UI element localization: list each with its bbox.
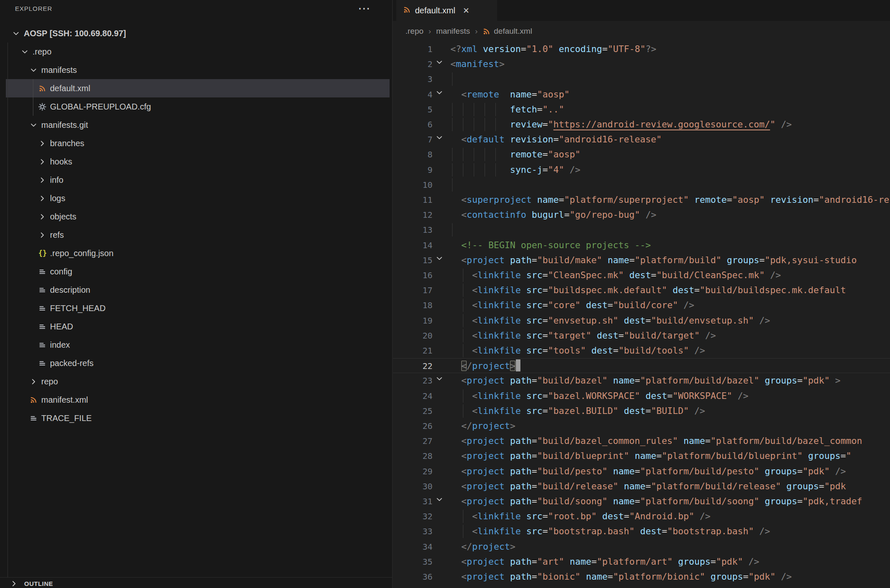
tree-item-branches[interactable]: branches [6,134,390,152]
code-line-23[interactable]: 23 <project path="build/bazel" name="pla… [393,373,890,388]
tree-item-config[interactable]: config [6,262,390,281]
code-line-31[interactable]: 31 <project path="build/soong" name="pla… [393,494,890,509]
fold-chevron-down-icon[interactable] [435,254,448,262]
line-number[interactable]: 35 [393,554,432,569]
line-number[interactable]: 9 [393,162,432,177]
line-number[interactable]: 1 [393,42,432,57]
tree-item-hooks[interactable]: hooks [6,152,390,171]
fold-chevron-down-icon[interactable] [435,58,448,66]
line-number[interactable]: 7 [393,132,432,147]
tree-item-info[interactable]: info [6,171,390,189]
code-line-19[interactable]: 19 <linkfile src="envsetup.sh" dest="bui… [393,313,890,328]
line-number[interactable]: 36 [393,569,432,584]
line-number[interactable]: 14 [393,238,432,253]
code-line-22[interactable]: 22 </project> [393,358,890,373]
code-line-7[interactable]: 7 <default revision="android16-release" [393,132,890,147]
code-line-6[interactable]: 6 review="https://android-review.googles… [393,117,890,132]
line-number[interactable]: 12 [393,207,432,222]
tree-item-head[interactable]: HEAD [6,317,390,336]
line-number[interactable]: 22 [393,359,432,374]
code-line-26[interactable]: 26 </project> [393,419,890,434]
fold-chevron-down-icon[interactable] [435,375,448,383]
tree-item-manifest.xml[interactable]: manifest.xml [6,391,390,409]
tree-item-default.xml[interactable]: default.xml [6,79,390,97]
code-line-8[interactable]: 8 remote="aosp" [393,147,890,162]
code-line-27[interactable]: 27 <project path="build/bazel_common_rul… [393,434,890,448]
line-number[interactable]: 27 [393,434,432,448]
code-line-30[interactable]: 30 <project path="build/release" name="p… [393,479,890,494]
line-number[interactable]: 6 [393,117,432,132]
code-line-37[interactable]: 37 <project path="bootable/deprecated-ot… [393,584,890,588]
code-line-13[interactable]: 13 [393,222,890,237]
line-number[interactable]: 2 [393,57,432,72]
fold-chevron-down-icon[interactable] [435,89,448,97]
code-area[interactable]: 1<?xml version="1.0" encoding="UTF-8"?>2… [393,0,890,588]
line-number[interactable]: 19 [393,313,432,328]
code-line-10[interactable]: 10 [393,177,890,192]
code-line-14[interactable]: 14 <!-- BEGIN open-source projects --> [393,238,890,253]
code-line-4[interactable]: 4 <remote name="aosp" [393,87,890,102]
line-number[interactable]: 30 [393,479,432,494]
line-number[interactable]: 26 [393,419,432,434]
line-number[interactable]: 32 [393,509,432,524]
line-number[interactable]: 13 [393,222,432,237]
tree-item-manifests.git[interactable]: manifests.git [6,116,390,134]
code-line-5[interactable]: 5 fetch=".." [393,102,890,117]
fold-chevron-down-icon[interactable] [435,496,448,503]
code-line-2[interactable]: 2<manifest> [393,57,890,72]
tree-item-description[interactable]: description [6,281,390,299]
tree-item-global-preupload.cfg[interactable]: GLOBAL-PREUPLOAD.cfg [6,97,390,116]
line-number[interactable]: 18 [393,298,432,313]
line-number[interactable]: 25 [393,404,432,419]
line-number[interactable]: 23 [393,373,432,388]
line-number[interactable]: 11 [393,192,432,207]
tree-item-.repo-config.json[interactable]: {}.repo_config.json [6,244,390,262]
code-line-36[interactable]: 36 <project path="bionic" name="platform… [393,569,890,584]
code-line-15[interactable]: 15 <project path="build/make" name="plat… [393,253,890,268]
outline-section-header[interactable]: OUTLINE [0,579,392,588]
tree-item-index[interactable]: index [6,336,390,354]
tree-item-aosp-ssh-100.69.80.97-[interactable]: AOSP [SSH: 100.69.80.97] [6,24,390,42]
line-number[interactable]: 37 [393,584,432,588]
line-number[interactable]: 17 [393,283,432,298]
tree-item-packed-refs[interactable]: packed-refs [6,354,390,372]
line-number[interactable]: 28 [393,448,432,463]
line-number[interactable]: 34 [393,539,432,554]
line-number[interactable]: 15 [393,253,432,268]
line-number[interactable]: 31 [393,494,432,509]
code-line-25[interactable]: 25 <linkfile src="bazel.BUILD" dest="BUI… [393,404,890,419]
tree-item-repo[interactable]: repo [6,372,390,391]
code-line-3[interactable]: 3 [393,72,890,87]
tree-item-logs[interactable]: logs [6,189,390,207]
line-number[interactable]: 3 [393,72,432,87]
code-line-35[interactable]: 35 <project path="art" name="platform/ar… [393,554,890,569]
code-line-16[interactable]: 16 <linkfile src="CleanSpec.mk" dest="bu… [393,268,890,283]
line-number[interactable]: 8 [393,147,432,162]
code-line-11[interactable]: 11 <superproject name="platform/superpro… [393,192,890,207]
tree-item-refs[interactable]: refs [6,226,390,244]
code-line-1[interactable]: 1<?xml version="1.0" encoding="UTF-8"?> [393,42,890,57]
code-line-33[interactable]: 33 <linkfile src="bootstrap.bash" dest="… [393,524,890,539]
line-number[interactable]: 5 [393,102,432,117]
line-number[interactable]: 21 [393,343,432,358]
code-line-28[interactable]: 28 <project path="build/blueprint" name=… [393,448,890,463]
tree-item-trace-file[interactable]: TRACE_FILE [6,409,390,427]
code-line-34[interactable]: 34 </project> [393,539,890,554]
tree-item-objects[interactable]: objects [6,207,390,226]
line-number[interactable]: 16 [393,268,432,283]
line-number[interactable]: 33 [393,524,432,539]
tree-item-fetch-head[interactable]: FETCH_HEAD [6,299,390,317]
tree-item-.repo[interactable]: .repo [6,42,390,61]
code-line-12[interactable]: 12 <contactinfo bugurl="go/repo-bug" /> [393,207,890,222]
line-number[interactable]: 29 [393,464,432,479]
line-number[interactable]: 4 [393,87,432,102]
code-line-29[interactable]: 29 <project path="build/pesto" name="pla… [393,464,890,479]
code-line-20[interactable]: 20 <linkfile src="target" dest="build/ta… [393,328,890,343]
line-number[interactable]: 24 [393,389,432,404]
line-number[interactable]: 10 [393,177,432,192]
code-line-21[interactable]: 21 <linkfile src="tools" dest="build/too… [393,343,890,358]
line-number[interactable]: 20 [393,328,432,343]
tree-item-manifests[interactable]: manifests [6,61,390,79]
code-line-32[interactable]: 32 <linkfile src="root.bp" dest="Android… [393,509,890,524]
fold-chevron-down-icon[interactable] [435,134,448,142]
